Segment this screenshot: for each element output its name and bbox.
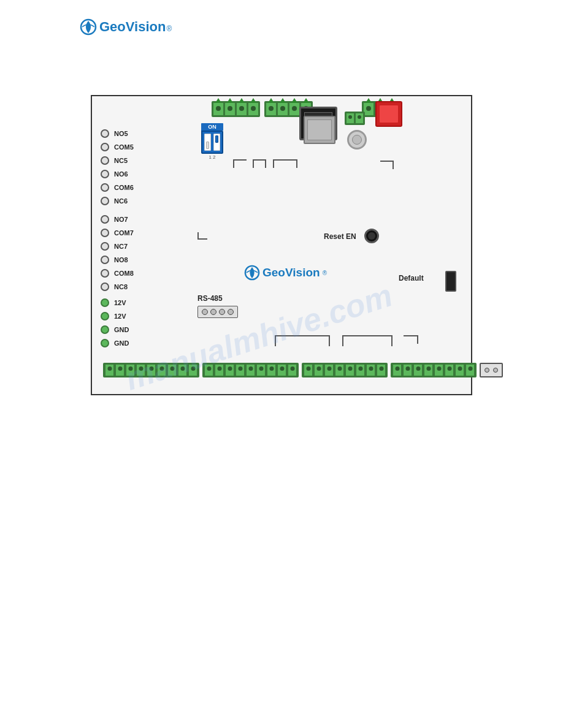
pcb-board: ON 1 2 <box>91 95 472 395</box>
terminal-no8: NO8 <box>114 256 128 264</box>
terminal-gnd-2: GND <box>114 339 129 347</box>
terminal-com7: COM7 <box>114 229 134 237</box>
terminal-no7: NO7 <box>114 216 128 223</box>
terminal-12v-1: 12V <box>114 299 126 306</box>
rs485-connector <box>197 306 238 318</box>
bracket-l2 <box>253 159 266 168</box>
default-label: Default <box>399 274 424 282</box>
reset-en-label: Reset EN <box>324 232 356 241</box>
gray-component <box>304 116 335 144</box>
bracket-l3 <box>273 159 297 168</box>
terminal-nc5: NC5 <box>114 157 128 164</box>
board-logo-icon <box>244 265 260 281</box>
logo-superscript: ® <box>166 25 172 33</box>
bottom-bracket-3 <box>404 335 418 344</box>
terminal-nc7: NC7 <box>114 243 128 250</box>
bracket-tr <box>380 161 394 169</box>
bracket-l1 <box>233 159 247 168</box>
dip-switch-area: ON 1 2 <box>201 123 223 160</box>
logo-text: GeoVision <box>99 19 166 35</box>
terminal-no6: NO6 <box>114 170 128 178</box>
two-pin-connector <box>480 363 503 377</box>
small-top-right-connector <box>345 112 365 125</box>
left-terminal-labels: NO5 COM5 NC5 NO6 COM6 NC6 <box>101 127 134 350</box>
terminal-nc8: NC8 <box>114 283 128 290</box>
reset-en-button[interactable] <box>364 229 379 243</box>
circle-button[interactable] <box>347 130 367 150</box>
board-logo-superscript: ® <box>323 270 327 276</box>
terminal-com6: COM6 <box>114 184 134 191</box>
bottom-bracket-1 <box>275 335 330 346</box>
header-logo: GeoVision ® <box>80 18 172 36</box>
rs485-label: RS-485 <box>197 294 223 303</box>
red-power-component <box>375 101 402 127</box>
bottom-connector-row <box>103 363 503 377</box>
bottom-bracket-2 <box>342 335 393 346</box>
board-logo-text: GeoVision <box>262 266 320 279</box>
terminal-nc6: NC6 <box>114 197 128 205</box>
terminal-no5: NO5 <box>114 130 128 137</box>
terminal-12v-2: 12V <box>114 313 126 320</box>
terminal-com5: COM5 <box>114 143 134 151</box>
geovision-logo-icon <box>80 18 97 36</box>
bracket-left <box>197 232 207 240</box>
default-button[interactable] <box>445 271 456 292</box>
dip-switch-on-label: ON <box>201 123 223 131</box>
terminal-gnd-1: GND <box>114 326 129 333</box>
terminal-com8: COM8 <box>114 270 134 277</box>
board-logo: GeoVision ® <box>244 265 327 281</box>
